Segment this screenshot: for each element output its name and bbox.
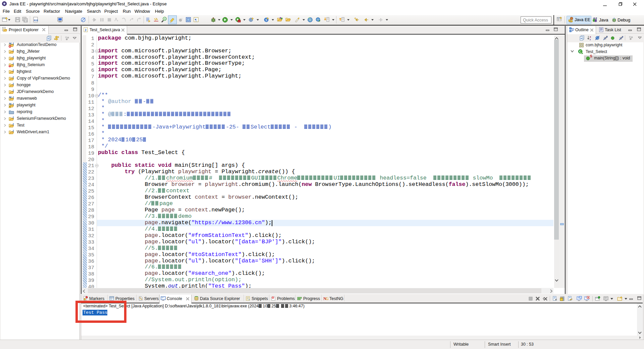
svg-text:M: M	[9, 42, 11, 45]
svg-text:C: C	[164, 17, 166, 20]
svg-text:J: J	[12, 116, 14, 119]
svg-text:J: J	[12, 62, 14, 65]
svg-text:J: J	[12, 123, 14, 126]
svg-text:J: J	[12, 76, 14, 79]
svg-text:J: J	[12, 69, 14, 72]
svg-text:J: J	[12, 42, 14, 45]
svg-text:J: J	[12, 96, 14, 99]
svg-text:M: M	[9, 103, 11, 106]
svg-text:J: J	[12, 130, 14, 133]
svg-text:J: J	[12, 89, 14, 92]
svg-text:J: J	[12, 83, 14, 86]
svg-text:G: G	[326, 296, 328, 301]
svg-text:J: J	[85, 28, 87, 32]
svg-text:J: J	[595, 17, 597, 20]
svg-text:z: z	[590, 38, 591, 41]
svg-text:M: M	[9, 96, 11, 99]
svg-text:C: C	[579, 50, 582, 53]
svg-text:J: J	[12, 103, 14, 106]
svg-text:J: J	[12, 49, 14, 52]
svg-text:¶: ¶	[195, 18, 197, 22]
svg-text:010: 010	[34, 19, 38, 22]
svg-text:J: J	[12, 56, 14, 59]
